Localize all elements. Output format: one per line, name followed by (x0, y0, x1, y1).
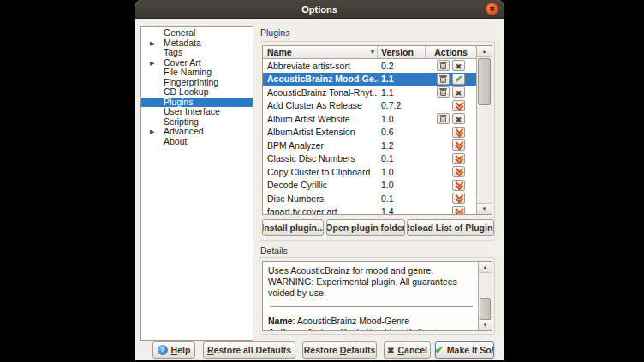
uninstall-button[interactable] (437, 86, 450, 98)
disable-button[interactable] (452, 60, 465, 71)
sidebar-item-label: Metadata (164, 38, 201, 48)
sidebar-item-about[interactable]: ▶ About (141, 137, 253, 147)
expander-icon: ▶ (150, 39, 154, 49)
restore-all-defaults-button[interactable]: Restore all Defaults (203, 341, 295, 359)
restore-defaults-button[interactable]: Restore Defaults (302, 341, 377, 359)
details-scrollbar-thumb[interactable] (480, 298, 491, 320)
plugin-row[interactable]: Copy Cluster to Clipboard 1.0 (263, 165, 476, 179)
column-header-name[interactable]: Name ▾ (263, 46, 378, 58)
open-plugin-folder-button[interactable]: Open plugin folder (326, 219, 405, 236)
titlebar[interactable]: Options ✖ (135, 0, 504, 19)
plugin-name-cell: Disc Numbers (263, 193, 378, 204)
details-scrollbar[interactable]: ▲ ▼ (478, 262, 492, 330)
plugin-version-cell: 1.2 (378, 140, 426, 151)
plugin-version-cell: 1.0 (378, 167, 426, 177)
column-header-actions[interactable]: Actions (426, 46, 476, 58)
cancel-button[interactable]: Cancel (384, 341, 431, 359)
download-chevron-icon (455, 140, 463, 150)
plugin-name-cell: Abbreviate artist-sort (263, 61, 378, 71)
plugin-version-cell: 0.6 (378, 127, 426, 137)
download-button[interactable] (452, 193, 465, 204)
x-icon (456, 87, 462, 98)
sidebar-item-label: CD Lookup (164, 86, 209, 97)
download-button[interactable] (452, 139, 465, 151)
sidebar-item-label: Tags (164, 47, 182, 57)
close-icon: ✖ (486, 3, 498, 15)
sidebar-item-label: About (164, 136, 187, 146)
cancel-label: Cancel (397, 345, 426, 355)
uninstall-button[interactable] (437, 74, 450, 85)
plugin-version-cell: 1.0 (378, 114, 426, 124)
plugins-group-label: Plugins (260, 27, 289, 38)
plugin-version-cell: 0.2 (378, 61, 426, 71)
make-it-so-button[interactable]: Make It So! (435, 341, 494, 359)
sidebar-item-label: Cover Art (164, 57, 201, 68)
download-button[interactable] (452, 206, 465, 214)
reload-plugin-list-button[interactable]: Reload List of Plugins (407, 219, 494, 236)
plugin-authors-line: Authors: Andrew Cook, Sambhav Kothari (268, 327, 474, 331)
scrollbar-track[interactable] (478, 57, 491, 203)
trash-icon (440, 63, 446, 69)
download-button[interactable] (452, 100, 465, 111)
plugin-row[interactable]: Disc Numbers 0.1 (263, 192, 476, 205)
download-button[interactable] (452, 180, 465, 191)
plugin-row[interactable]: fanart.tv cover art 1.4 (263, 205, 476, 215)
restore-defaults-label: Restore Defaults (304, 345, 375, 355)
disable-button[interactable] (452, 113, 465, 124)
plugin-actions-cell (426, 127, 476, 138)
window-title: Options (135, 0, 504, 19)
plugin-row[interactable]: AlbumArtist Extension 0.6 (263, 126, 476, 139)
plugin-row[interactable]: BPM Analyzer 1.2 (263, 139, 476, 152)
trash-icon (440, 90, 446, 96)
sidebar-item-label: User Interface (164, 106, 220, 116)
table-scrollbar[interactable]: ▲ ▼ (476, 46, 492, 214)
details-groupbox: Uses AcousticBrainz for mood and genre. … (259, 257, 495, 335)
plugin-version-cell: 0.7.2 (378, 100, 426, 110)
scroll-up-icon[interactable]: ▲ (477, 46, 492, 57)
details-divider (270, 306, 473, 307)
plugin-row[interactable]: Decode Cyrillic 1.0 (263, 179, 476, 193)
plugin-actions-cell (426, 166, 476, 177)
trash-icon (440, 116, 446, 122)
plugin-row[interactable]: Album Artist Website 1.0 (263, 112, 476, 126)
plugin-actions-cell (426, 139, 476, 151)
sidebar-item-label: General (164, 27, 195, 38)
download-button[interactable] (452, 127, 465, 138)
plugin-row[interactable]: Add Cluster As Release 0.7.2 (263, 99, 476, 113)
uninstall-button[interactable] (437, 113, 450, 124)
enabled-check-button[interactable] (452, 74, 465, 85)
plugin-name-cell: Decode Cyrillic (263, 180, 378, 190)
sidebar-item-cd-lookup[interactable]: ▶ CD Lookup (141, 87, 253, 98)
sidebar-item-advanced[interactable]: ▶ Advanced (141, 127, 253, 137)
sidebar-item-metadata[interactable]: ▶ Metadata (141, 39, 253, 49)
plugin-row[interactable]: Classic Disc Numbers 0.1 (263, 152, 476, 166)
plugin-row[interactable]: AcousticBrainz Tonal-Rhyt... 1.1 (263, 86, 476, 99)
plugin-actions-cell (426, 153, 476, 164)
details-group-label: Details (260, 246, 288, 256)
details-scroll-down-icon[interactable]: ▼ (479, 319, 492, 330)
sidebar-item-label: Scripting (164, 116, 199, 127)
help-button[interactable]: Help (152, 341, 195, 359)
close-button[interactable]: ✖ (486, 3, 498, 15)
download-button[interactable] (452, 153, 465, 164)
plugin-name-cell: fanart.tv cover art (263, 206, 378, 214)
settings-nav-tree: ▶ General ▶ Metadata ▶ Tags ▶ Cover Art … (140, 26, 253, 341)
download-button[interactable] (452, 166, 465, 177)
sidebar-item-label: Fingerprinting (164, 77, 218, 87)
disable-button[interactable] (452, 86, 465, 98)
plugin-row[interactable]: AcousticBrainz Mood-Ge... 1.1 (263, 73, 476, 86)
details-scrollbar-track[interactable] (480, 273, 491, 319)
plugin-version-cell: 1.1 (378, 87, 426, 98)
plugin-name-cell: AcousticBrainz Tonal-Rhyt... (263, 87, 378, 98)
uninstall-button[interactable] (437, 60, 450, 71)
install-plugin-button[interactable]: Install plugin... (262, 219, 324, 236)
plugin-version-cell: 0.1 (378, 153, 426, 163)
download-chevron-icon (455, 167, 463, 176)
scrollbar-thumb[interactable] (478, 58, 491, 105)
column-header-version[interactable]: Version (378, 46, 426, 58)
scroll-down-icon[interactable]: ▼ (477, 203, 492, 214)
details-scroll-up-icon[interactable]: ▲ (479, 262, 492, 273)
plugin-row[interactable]: Abbreviate artist-sort 0.2 (263, 59, 476, 73)
plugin-version-cell: 1.0 (378, 180, 426, 190)
download-chevron-icon (455, 154, 463, 163)
